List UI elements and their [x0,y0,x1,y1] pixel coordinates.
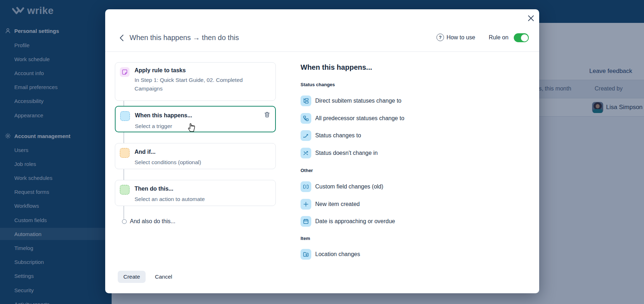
trigger-option-label: New item created [315,201,360,207]
card-title: Then do this... [135,186,173,192]
folder-move-icon [301,249,311,260]
card-subtitle: Select a trigger [135,122,272,131]
card-subtitle: Select an action to automate [135,195,271,204]
toggle-knob [521,34,528,41]
trigger-option-new-item-created[interactable]: New item created [301,199,360,210]
card-subtitle: Select conditions (optional) [135,158,271,167]
automation-rule-modal: When this happens → then do this ? How t… [105,9,539,293]
modal-title: When this happens → then do this [130,34,239,42]
predecessor-statuses-icon [301,113,311,124]
trigger-panel: When this happens... Status changesDirec… [301,52,530,260]
modal-footer: Create Cancel [105,260,539,293]
rule-on-toggle[interactable] [514,33,529,42]
status-changes-to-icon [301,130,311,141]
and-if-card[interactable]: And if... Select conditions (optional) [115,143,276,169]
trigger-option-label: Custom field changes (old) [315,183,383,190]
card-title: And if... [135,149,156,155]
custom-field-icon [301,181,311,192]
trigger-option-custom-field-changes-old-[interactable]: Custom field changes (old) [301,181,383,192]
trigger-option-direct-subitem-statuses-change-to[interactable]: Direct subitem statuses change to [301,95,401,106]
trigger-option-date-is-approaching-or-overdue[interactable]: Date is approaching or overdue [301,216,395,227]
subitem-statuses-icon [301,95,311,106]
calendar-icon [301,216,311,227]
wrike-app: wrike Personal settingsProfileWork sched… [0,0,644,304]
modal-body: Apply rule to tasks In Step 1: Quick Sta… [105,52,539,260]
when-this-happens-card[interactable]: When this happens... Select a trigger [115,106,276,132]
trash-icon[interactable] [264,111,270,118]
trigger-option-status-doesnt-change-in[interactable]: Status doesn't change in [301,148,378,158]
trigger-section-label: Item [301,236,310,241]
trigger-panel-heading: When this happens... [301,63,372,72]
trigger-section-label: Other [301,168,313,173]
modal-header: When this happens → then do this ? How t… [105,9,539,52]
rule-on-label: Rule on [489,34,508,41]
status-not-change-icon [301,148,311,158]
how-to-use-label: How to use [447,34,475,41]
trigger-option-all-predecessor-statuses-change-to[interactable]: All predecessor statuses change to [301,113,404,124]
trigger-option-status-changes-to[interactable]: Status changes to [301,130,361,141]
condition-placeholder-icon [120,148,130,158]
cancel-button[interactable]: Cancel [155,271,172,283]
apply-rule-card[interactable]: Apply rule to tasks In Step 1: Quick Sta… [115,62,276,101]
card-title: Apply rule to tasks [135,67,186,74]
trigger-option-label: Location changes [315,251,360,258]
then-do-this-card[interactable]: Then do this... Select an action to auto… [115,180,276,206]
and-also-label: And also do this... [130,218,175,225]
add-step-circle-icon [122,219,127,224]
trigger-option-label: Status changes to [315,132,361,139]
note-icon [120,67,130,77]
question-circle-icon: ? [436,34,444,41]
card-subtitle: In Step 1: Quick Start Guide, 02. Comple… [135,76,271,93]
close-icon[interactable] [527,14,535,22]
trigger-option-label: Direct subitem statuses change to [315,98,401,104]
card-title: When this happens... [135,112,192,119]
plus-icon [301,199,311,210]
trigger-option-label: All predecessor statuses change to [315,115,404,122]
trigger-option-label: Status doesn't change in [315,150,378,156]
hand-cursor-icon [186,121,197,132]
trigger-option-label: Date is approaching or overdue [315,218,395,225]
trigger-section-label: Status changes [301,82,335,87]
back-icon[interactable] [118,34,126,42]
how-to-use-link[interactable]: ? How to use [436,34,475,41]
and-also-do-this[interactable]: And also do this... [122,218,175,225]
create-button[interactable]: Create [118,271,146,283]
trigger-placeholder-icon [120,111,130,121]
action-placeholder-icon [120,185,130,195]
trigger-option-location-changes[interactable]: Location changes [301,249,360,260]
